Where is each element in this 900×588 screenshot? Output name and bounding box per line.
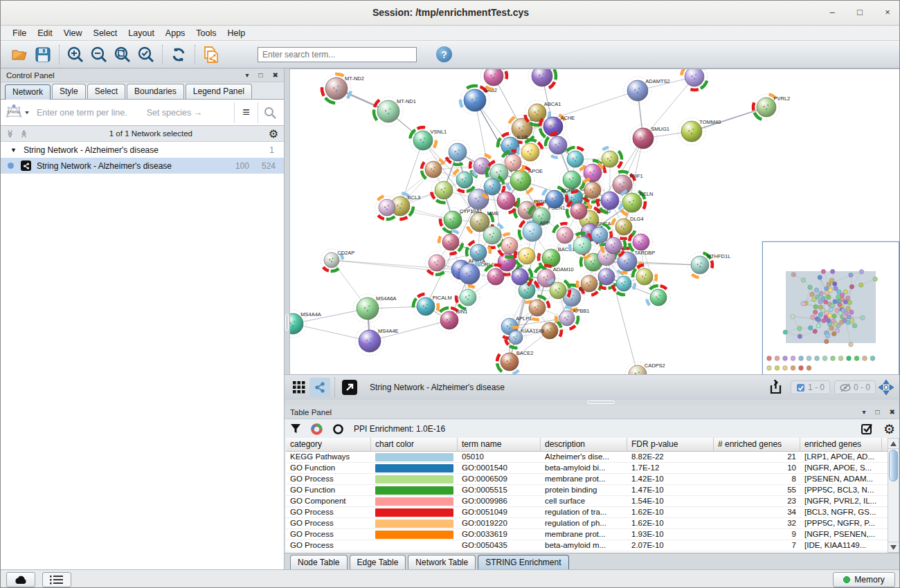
network-collection-row[interactable]: ▼ String Network - Alzheimer's disease 1 — [1, 142, 284, 158]
select-rows-button[interactable] — [861, 423, 874, 435]
column-header[interactable]: FDR p-value — [627, 438, 714, 451]
panel-float-icon[interactable]: □ — [876, 408, 880, 416]
table-row[interactable]: GO ProcessGO:0006509membrane prot...1.42… — [286, 474, 888, 485]
panel-splitter-vertical[interactable] — [285, 68, 290, 374]
tab-legend-panel[interactable]: Legend Panel — [186, 84, 252, 99]
column-header[interactable]: chart color — [371, 438, 458, 451]
panel-collapse-icon[interactable]: ▾ — [863, 408, 866, 416]
zoom-out-button[interactable] — [87, 44, 111, 66]
network-node[interactable]: APP — [519, 219, 550, 245]
tab-network[interactable]: Network — [5, 84, 51, 100]
network-node[interactable] — [439, 230, 462, 254]
string-logo[interactable]: STRING — [3, 104, 31, 121]
network-node[interactable] — [375, 196, 399, 219]
table-row[interactable]: GO FunctionGO:0001540beta-amyloid bi...1… — [286, 463, 888, 474]
chart-button[interactable] — [311, 423, 323, 435]
memory-button[interactable]: Memory — [833, 572, 895, 587]
network-node[interactable] — [567, 199, 591, 223]
table-row[interactable]: GO ProcessGO:0051049regulation of tra...… — [286, 507, 888, 518]
network-node[interactable]: BACE2 — [497, 349, 533, 374]
string-options-button[interactable]: ≡ — [234, 102, 258, 123]
network-node[interactable]: MT-ND1 — [374, 97, 416, 126]
network-node[interactable] — [484, 265, 507, 288]
network-node[interactable] — [480, 69, 507, 89]
network-node[interactable]: BIN1 — [437, 308, 467, 333]
menu-layout[interactable]: Layout — [123, 27, 159, 39]
menu-file[interactable]: File — [8, 27, 31, 39]
collapse-all-icon[interactable]: ≪ — [6, 129, 15, 138]
string-search-button[interactable] — [258, 102, 281, 123]
network-node[interactable] — [498, 234, 521, 257]
menu-select[interactable]: Select — [89, 27, 123, 39]
network-node[interactable] — [422, 158, 445, 181]
tab-edge-table[interactable]: Edge Table — [350, 555, 406, 569]
network-node[interactable] — [431, 178, 456, 203]
detach-view-button[interactable] — [339, 378, 360, 397]
network-node[interactable] — [598, 147, 622, 171]
network-view-button[interactable] — [309, 378, 330, 397]
zoom-in-button[interactable] — [64, 44, 87, 66]
network-node[interactable]: RELN — [619, 190, 654, 216]
network-node[interactable] — [647, 286, 670, 309]
column-header[interactable]: # enriched genes — [714, 438, 800, 451]
table-row[interactable]: KEGG Pathways05010Alzheimer's dise...8.8… — [286, 452, 888, 463]
menu-edit[interactable]: Edit — [33, 27, 57, 39]
tab-style[interactable]: Style — [52, 84, 86, 99]
network-row[interactable]: String Network - Alzheimer's disease 100… — [1, 158, 284, 174]
scroll-down-arrow[interactable] — [888, 542, 899, 552]
tree-expander-icon[interactable]: ▼ — [10, 147, 17, 154]
network-node[interactable]: CD2AP — [321, 249, 354, 271]
network-node[interactable]: SMUG1 — [629, 125, 669, 152]
birds-eye-view[interactable] — [762, 241, 899, 374]
scrollbar-thumb[interactable] — [889, 450, 898, 481]
tab-select[interactable]: Select — [87, 84, 125, 99]
tab-string-enrichment[interactable]: STRING Enrichment — [478, 555, 568, 569]
table-row[interactable]: GO ComponentGO:0009986cell surface1.54E-… — [286, 496, 888, 507]
network-node[interactable]: MS4A6A — [353, 294, 397, 323]
network-node[interactable] — [581, 178, 604, 202]
export-network-button[interactable] — [766, 378, 786, 397]
grid-view-button[interactable] — [289, 378, 309, 397]
string-query-input[interactable]: Enter one term per line. Set species → — [31, 108, 234, 118]
table-row[interactable]: GO ProcessGO:0050435beta-amyloid m...2.0… — [286, 540, 888, 551]
tab-boundaries[interactable]: Boundaries — [127, 84, 184, 99]
menu-view[interactable]: View — [59, 27, 87, 39]
splitter-handle[interactable] — [587, 401, 615, 404]
network-node[interactable] — [456, 286, 480, 309]
network-node[interactable]: MTHFD1L — [687, 252, 730, 277]
network-node[interactable]: MS4A4E — [355, 327, 399, 356]
table-scrollbar[interactable] — [888, 438, 899, 553]
column-header[interactable]: enriched genes — [800, 438, 882, 451]
network-node[interactable] — [515, 244, 539, 268]
splitter-handle[interactable] — [285, 314, 289, 331]
panel-close-icon[interactable]: ✖ — [273, 71, 278, 79]
menu-tools[interactable]: Tools — [191, 27, 221, 39]
menu-help[interactable]: Help — [223, 27, 251, 39]
panel-close-icon[interactable]: ✖ — [890, 408, 895, 416]
table-row[interactable]: GO ProcessGO:0019220regulation of ph...1… — [286, 518, 888, 529]
column-header[interactable]: description — [541, 438, 627, 451]
network-node[interactable]: ADAMTS2 — [624, 77, 670, 104]
network-node[interactable] — [553, 223, 577, 247]
tab-node-table[interactable]: Node Table — [290, 555, 348, 569]
filter-button[interactable] — [290, 423, 301, 434]
network-node[interactable]: PVRL2 — [753, 94, 790, 120]
zoom-selected-button[interactable] — [134, 44, 158, 66]
close-button[interactable]: × — [881, 6, 894, 19]
help-button[interactable]: ? — [436, 46, 452, 62]
panel-splitter-horizontal[interactable] — [285, 400, 900, 405]
refresh-button[interactable] — [167, 44, 190, 66]
network-node[interactable] — [528, 69, 556, 90]
clone-network-button[interactable] — [199, 44, 223, 66]
table-settings-gear-icon[interactable]: ⚙ — [883, 421, 895, 437]
network-options-gear-icon[interactable]: ⚙ — [269, 127, 278, 140]
panel-float-icon[interactable]: □ — [259, 71, 263, 79]
ring-button[interactable] — [332, 423, 344, 435]
table-row[interactable]: GO ProcessGO:0033619membrane prot...1.93… — [286, 529, 888, 540]
network-node[interactable] — [681, 69, 708, 90]
network-canvas[interactable]: MT-ND2MT-ND1VSNL1GAB2ADAMTS2PVRL2TOMM40S… — [285, 68, 900, 374]
cloud-button[interactable] — [6, 572, 35, 587]
task-list-button[interactable] — [42, 572, 71, 587]
open-file-button[interactable] — [8, 44, 31, 66]
expand-all-icon[interactable]: ≪ — [19, 129, 28, 138]
